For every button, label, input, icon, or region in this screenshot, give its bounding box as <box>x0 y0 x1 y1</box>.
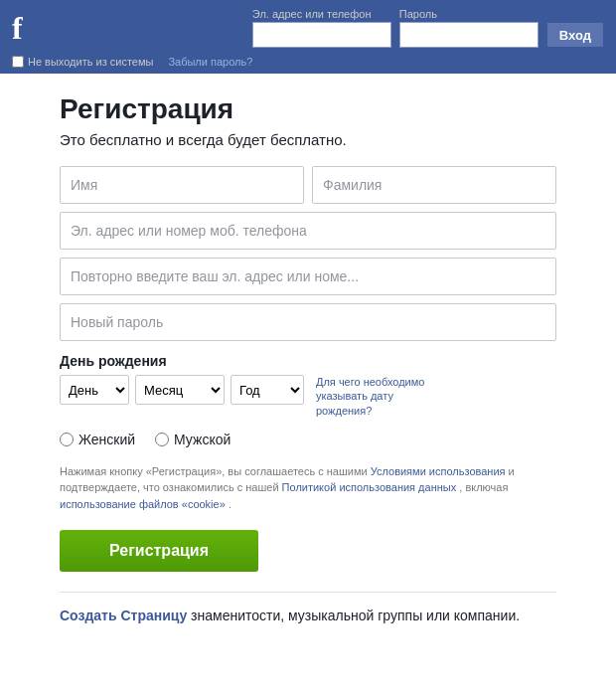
gender-male-label[interactable]: Мужской <box>155 432 231 447</box>
remember-me-label[interactable]: Не выходить из системы <box>12 56 153 68</box>
header-login-fields: Эл. адрес или телефон Пароль Вход <box>252 8 604 48</box>
password-field-label: Пароль <box>399 8 539 20</box>
last-name-input[interactable] <box>312 166 556 204</box>
email-input[interactable] <box>60 212 556 250</box>
terms-end: . <box>229 498 231 510</box>
header-top: f Эл. адрес или телефон Пароль Вход <box>0 0 616 56</box>
header-bar: f Эл. адрес или телефон Пароль Вход Не в… <box>0 0 616 74</box>
create-page-text: знаменитости, музыкальной группы или ком… <box>187 608 520 623</box>
terms-mid-2: , включая <box>459 481 508 493</box>
day-select[interactable]: День <box>60 375 129 405</box>
header-bottom: Не выходить из системы Забыли пароль? <box>0 56 616 74</box>
birthday-why-link[interactable]: Для чего необходимо указывать дату рожде… <box>316 376 424 417</box>
month-select[interactable]: Месяц <box>135 375 225 405</box>
terms-prefix: Нажимая кнопку «Регистрация», вы соглаша… <box>60 465 368 477</box>
email-field-label: Эл. адрес или телефон <box>252 8 391 20</box>
register-button[interactable]: Регистрация <box>60 530 258 572</box>
login-button[interactable]: Вход <box>546 22 604 48</box>
create-page-link[interactable]: Создать Страницу <box>60 608 187 623</box>
reg-subtitle: Это бесплатно и всегда будет бесплатно. <box>60 131 556 148</box>
create-page-section: Создать Страницу знаменитости, музыкальн… <box>60 607 556 626</box>
gender-female-text: Женский <box>78 432 135 447</box>
header-email-input[interactable] <box>252 22 391 48</box>
gender-row: Женский Мужской <box>60 432 556 447</box>
gender-male-radio[interactable] <box>155 433 169 446</box>
gender-female-radio[interactable] <box>60 433 74 446</box>
birthday-why-text: Для чего необходимо указывать дату рожде… <box>316 375 435 418</box>
forgot-password-link[interactable]: Забыли пароль? <box>168 56 252 68</box>
birthday-selects: День Месяц Год <box>60 375 304 405</box>
password-field-group: Пароль <box>399 8 539 48</box>
remember-me-checkbox[interactable] <box>12 56 24 68</box>
header-password-input[interactable] <box>399 22 539 48</box>
email-confirm-input[interactable] <box>60 258 556 295</box>
terms-link-3[interactable]: использование файлов «cookie» <box>60 498 226 510</box>
birthday-section: День рождения День Месяц Год Для чего не… <box>60 353 556 418</box>
divider <box>60 592 556 593</box>
page-title: Регистрация <box>60 93 556 125</box>
email-field-group: Эл. адрес или телефон <box>252 8 391 48</box>
remember-me-text: Не выходить из системы <box>28 56 153 68</box>
facebook-logo: f <box>12 10 22 47</box>
birthday-row: День Месяц Год Для чего необходимо указы… <box>60 375 556 418</box>
name-row <box>60 166 556 204</box>
terms-link-1[interactable]: Условиями использования <box>371 465 506 477</box>
terms-text: Нажимая кнопку «Регистрация», вы соглаша… <box>60 463 556 513</box>
gender-male-text: Мужской <box>174 432 231 447</box>
main-content: Регистрация Это бесплатно и всегда будет… <box>0 74 616 656</box>
password-input[interactable] <box>60 303 556 341</box>
birthday-label: День рождения <box>60 353 556 369</box>
first-name-input[interactable] <box>60 166 304 204</box>
terms-link-2[interactable]: Политикой использования данных <box>282 481 457 493</box>
year-select[interactable]: Год <box>231 375 304 405</box>
registration-form: День рождения День Месяц Год Для чего не… <box>60 166 556 572</box>
gender-female-label[interactable]: Женский <box>60 432 135 447</box>
